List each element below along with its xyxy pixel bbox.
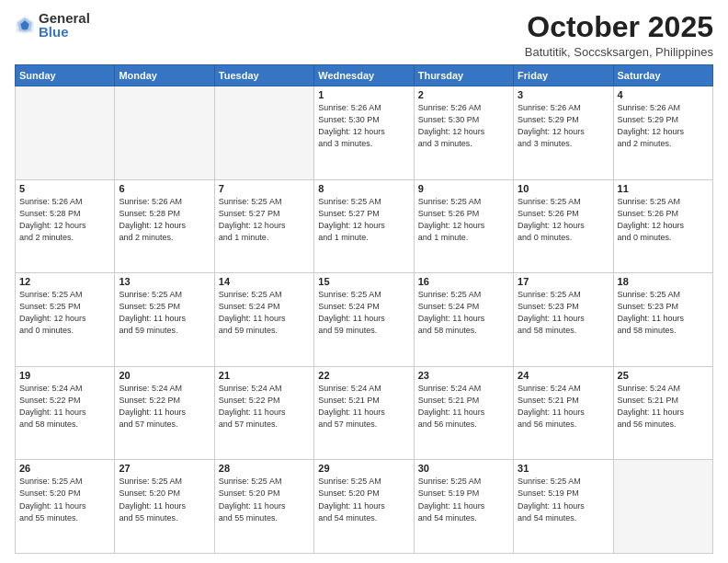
- logo-general: General: [39, 11, 90, 25]
- location: Batutitik, Soccsksargen, Philippines: [525, 45, 713, 59]
- day-number: 30: [418, 463, 509, 474]
- day-info: Sunrise: 5:25 AM Sunset: 5:19 PM Dayligh…: [418, 476, 509, 523]
- calendar-cell: 2Sunrise: 5:26 AM Sunset: 5:30 PM Daylig…: [414, 86, 513, 180]
- col-saturday: Saturday: [613, 65, 712, 86]
- day-number: 15: [318, 276, 409, 287]
- col-wednesday: Wednesday: [314, 65, 414, 86]
- logo-blue: Blue: [39, 25, 90, 39]
- day-info: Sunrise: 5:25 AM Sunset: 5:20 PM Dayligh…: [19, 476, 110, 523]
- calendar-cell: 5Sunrise: 5:26 AM Sunset: 5:28 PM Daylig…: [16, 179, 115, 273]
- calendar-cell: 1Sunrise: 5:26 AM Sunset: 5:30 PM Daylig…: [314, 86, 414, 180]
- day-info: Sunrise: 5:26 AM Sunset: 5:29 PM Dayligh…: [518, 102, 609, 150]
- day-info: Sunrise: 5:25 AM Sunset: 5:26 PM Dayligh…: [418, 196, 509, 244]
- calendar-cell: 10Sunrise: 5:25 AM Sunset: 5:26 PM Dayli…: [514, 179, 613, 273]
- col-friday: Friday: [514, 65, 613, 86]
- calendar-cell: 25Sunrise: 5:24 AM Sunset: 5:21 PM Dayli…: [613, 366, 712, 460]
- weekday-row: Sunday Monday Tuesday Wednesday Thursday…: [16, 65, 713, 86]
- calendar-cell: 23Sunrise: 5:24 AM Sunset: 5:21 PM Dayli…: [414, 366, 513, 460]
- col-thursday: Thursday: [414, 65, 513, 86]
- calendar-cell: 3Sunrise: 5:26 AM Sunset: 5:29 PM Daylig…: [514, 86, 613, 180]
- day-info: Sunrise: 5:25 AM Sunset: 5:19 PM Dayligh…: [518, 476, 609, 523]
- day-number: 4: [618, 89, 709, 100]
- calendar-cell: [613, 460, 712, 554]
- day-info: Sunrise: 5:24 AM Sunset: 5:21 PM Dayligh…: [518, 383, 609, 431]
- day-number: 28: [219, 463, 310, 474]
- page: General Blue October 2025 Batutitik, Soc…: [0, 0, 728, 563]
- day-number: 24: [518, 370, 609, 381]
- day-number: 12: [19, 276, 110, 287]
- day-number: 7: [219, 183, 310, 194]
- day-number: 10: [518, 183, 609, 194]
- day-number: 17: [518, 276, 609, 287]
- day-info: Sunrise: 5:25 AM Sunset: 5:23 PM Dayligh…: [618, 289, 709, 337]
- day-number: 9: [418, 183, 509, 194]
- logo: General Blue: [15, 11, 90, 39]
- calendar-cell: 31Sunrise: 5:25 AM Sunset: 5:19 PM Dayli…: [514, 460, 613, 554]
- day-info: Sunrise: 5:24 AM Sunset: 5:22 PM Dayligh…: [119, 383, 210, 431]
- day-number: 27: [119, 463, 210, 474]
- day-info: Sunrise: 5:26 AM Sunset: 5:28 PM Dayligh…: [119, 196, 210, 244]
- day-info: Sunrise: 5:25 AM Sunset: 5:24 PM Dayligh…: [318, 289, 409, 337]
- day-number: 23: [418, 370, 509, 381]
- day-info: Sunrise: 5:25 AM Sunset: 5:27 PM Dayligh…: [318, 196, 409, 244]
- col-sunday: Sunday: [16, 65, 115, 86]
- day-info: Sunrise: 5:25 AM Sunset: 5:26 PM Dayligh…: [518, 196, 609, 244]
- calendar: Sunday Monday Tuesday Wednesday Thursday…: [15, 64, 713, 554]
- calendar-cell: 18Sunrise: 5:25 AM Sunset: 5:23 PM Dayli…: [613, 273, 712, 367]
- day-number: 3: [518, 89, 609, 100]
- calendar-cell: 6Sunrise: 5:26 AM Sunset: 5:28 PM Daylig…: [115, 179, 214, 273]
- calendar-cell: 27Sunrise: 5:25 AM Sunset: 5:20 PM Dayli…: [115, 460, 214, 554]
- col-tuesday: Tuesday: [214, 65, 313, 86]
- day-info: Sunrise: 5:26 AM Sunset: 5:30 PM Dayligh…: [318, 102, 409, 150]
- calendar-cell: 21Sunrise: 5:24 AM Sunset: 5:22 PM Dayli…: [214, 366, 313, 460]
- day-info: Sunrise: 5:25 AM Sunset: 5:25 PM Dayligh…: [119, 289, 210, 337]
- calendar-cell: 7Sunrise: 5:25 AM Sunset: 5:27 PM Daylig…: [214, 179, 313, 273]
- day-info: Sunrise: 5:26 AM Sunset: 5:30 PM Dayligh…: [418, 102, 509, 150]
- day-number: 2: [418, 89, 509, 100]
- day-number: 22: [318, 370, 409, 381]
- calendar-cell: 12Sunrise: 5:25 AM Sunset: 5:25 PM Dayli…: [16, 273, 115, 367]
- header: General Blue October 2025 Batutitik, Soc…: [15, 11, 713, 59]
- day-info: Sunrise: 5:25 AM Sunset: 5:25 PM Dayligh…: [19, 289, 110, 337]
- day-number: 26: [19, 463, 110, 474]
- logo-icon: [15, 15, 35, 35]
- day-number: 20: [119, 370, 210, 381]
- calendar-week-3: 19Sunrise: 5:24 AM Sunset: 5:22 PM Dayli…: [16, 366, 713, 460]
- calendar-cell: 20Sunrise: 5:24 AM Sunset: 5:22 PM Dayli…: [115, 366, 214, 460]
- calendar-cell: 8Sunrise: 5:25 AM Sunset: 5:27 PM Daylig…: [314, 179, 414, 273]
- col-monday: Monday: [115, 65, 214, 86]
- calendar-cell: 16Sunrise: 5:25 AM Sunset: 5:24 PM Dayli…: [414, 273, 513, 367]
- day-info: Sunrise: 5:24 AM Sunset: 5:21 PM Dayligh…: [318, 383, 409, 431]
- calendar-body: 1Sunrise: 5:26 AM Sunset: 5:30 PM Daylig…: [16, 86, 713, 554]
- month-title: October 2025: [525, 11, 713, 43]
- day-info: Sunrise: 5:24 AM Sunset: 5:22 PM Dayligh…: [219, 383, 310, 431]
- calendar-cell: 11Sunrise: 5:25 AM Sunset: 5:26 PM Dayli…: [613, 179, 712, 273]
- calendar-week-0: 1Sunrise: 5:26 AM Sunset: 5:30 PM Daylig…: [16, 86, 713, 180]
- title-block: October 2025 Batutitik, Soccsksargen, Ph…: [525, 11, 713, 59]
- day-number: 1: [318, 89, 409, 100]
- day-number: 13: [119, 276, 210, 287]
- calendar-cell: 24Sunrise: 5:24 AM Sunset: 5:21 PM Dayli…: [514, 366, 613, 460]
- calendar-cell: 9Sunrise: 5:25 AM Sunset: 5:26 PM Daylig…: [414, 179, 513, 273]
- day-number: 19: [19, 370, 110, 381]
- calendar-cell: 14Sunrise: 5:25 AM Sunset: 5:24 PM Dayli…: [214, 273, 313, 367]
- calendar-cell: 4Sunrise: 5:26 AM Sunset: 5:29 PM Daylig…: [613, 86, 712, 180]
- day-info: Sunrise: 5:25 AM Sunset: 5:20 PM Dayligh…: [318, 476, 409, 523]
- day-number: 6: [119, 183, 210, 194]
- day-info: Sunrise: 5:25 AM Sunset: 5:24 PM Dayligh…: [418, 289, 509, 337]
- day-number: 11: [618, 183, 709, 194]
- calendar-cell: 17Sunrise: 5:25 AM Sunset: 5:23 PM Dayli…: [514, 273, 613, 367]
- calendar-cell: 26Sunrise: 5:25 AM Sunset: 5:20 PM Dayli…: [16, 460, 115, 554]
- day-number: 8: [318, 183, 409, 194]
- day-info: Sunrise: 5:25 AM Sunset: 5:20 PM Dayligh…: [219, 476, 310, 523]
- day-info: Sunrise: 5:24 AM Sunset: 5:21 PM Dayligh…: [618, 383, 709, 431]
- day-info: Sunrise: 5:25 AM Sunset: 5:27 PM Dayligh…: [219, 196, 310, 244]
- calendar-cell: 19Sunrise: 5:24 AM Sunset: 5:22 PM Dayli…: [16, 366, 115, 460]
- day-number: 29: [318, 463, 409, 474]
- day-info: Sunrise: 5:25 AM Sunset: 5:24 PM Dayligh…: [219, 289, 310, 337]
- day-info: Sunrise: 5:25 AM Sunset: 5:20 PM Dayligh…: [119, 476, 210, 523]
- calendar-cell: 30Sunrise: 5:25 AM Sunset: 5:19 PM Dayli…: [414, 460, 513, 554]
- calendar-week-4: 26Sunrise: 5:25 AM Sunset: 5:20 PM Dayli…: [16, 460, 713, 554]
- day-number: 21: [219, 370, 310, 381]
- calendar-cell: 28Sunrise: 5:25 AM Sunset: 5:20 PM Dayli…: [214, 460, 313, 554]
